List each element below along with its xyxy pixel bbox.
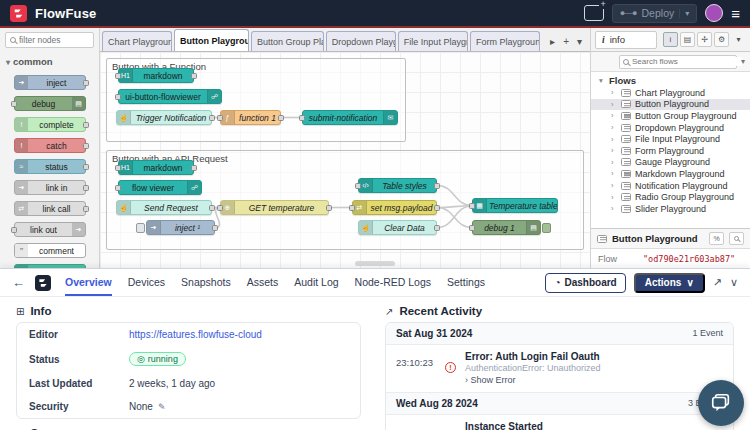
node-ui-button-flowviewer[interactable]: ui-button-flowviewer☍ bbox=[118, 89, 222, 104]
node-temperature-table[interactable]: ▦Temperature table bbox=[472, 198, 558, 213]
tab-devices[interactable]: Devices bbox=[128, 269, 165, 296]
security-row: Security None ✎ bbox=[17, 395, 360, 418]
flow-list-icon[interactable]: ▾ bbox=[577, 36, 582, 47]
search-flows-input[interactable] bbox=[632, 57, 742, 66]
copy-name-button[interactable]: % bbox=[709, 232, 724, 245]
tab-chart-playground[interactable]: Chart Playground bbox=[102, 31, 172, 51]
add-flow-icon[interactable]: + bbox=[563, 36, 569, 47]
hook-icon: ☍ bbox=[207, 90, 221, 103]
node-debug-1[interactable]: debug 1▤ bbox=[472, 220, 541, 235]
main-menu-icon[interactable]: ≡ bbox=[731, 6, 740, 21]
node-inject-1[interactable]: ➔inject ¹ bbox=[146, 220, 215, 235]
palette-node-catch[interactable]: !catch bbox=[14, 138, 86, 153]
deploy-caret-icon[interactable]: ▾ bbox=[679, 9, 689, 18]
chevron-down-icon: ▾ bbox=[6, 58, 10, 67]
user-avatar[interactable] bbox=[705, 4, 723, 22]
debug-messages-icon[interactable]: ✢ bbox=[697, 32, 712, 47]
show-error-link[interactable]: › Show Error bbox=[465, 375, 723, 385]
export-snapshot-icon[interactable] bbox=[584, 5, 604, 21]
zoom-to-flow-button[interactable] bbox=[729, 232, 744, 245]
collapse-panel-icon[interactable]: ∨ bbox=[730, 276, 738, 289]
node-send-request[interactable]: ☝Send Request bbox=[116, 200, 212, 215]
palette-node-inject[interactable]: ➔inject bbox=[14, 75, 86, 90]
palette-node-link-out[interactable]: link out➔ bbox=[14, 222, 86, 237]
canvas-horizontal-scrollbar[interactable] bbox=[355, 261, 395, 266]
node-red-editor: ▾common ➔inject debug▤ !complete !catch … bbox=[0, 28, 750, 268]
settings-gear-icon[interactable]: ⚙ bbox=[714, 32, 729, 47]
palette-node-link-in[interactable]: ➔link in bbox=[14, 180, 86, 195]
tab-file-input-playground[interactable]: File Input Playgrou bbox=[398, 31, 468, 51]
activity-section-title: Recent Activity bbox=[399, 305, 482, 317]
inject-button[interactable] bbox=[136, 223, 145, 233]
info-tab-icon[interactable]: i bbox=[663, 32, 678, 47]
node-get-temperature[interactable]: ⊕GET temperature bbox=[220, 200, 329, 215]
node-flow-viewer[interactable]: flow viewer☍ bbox=[118, 180, 202, 195]
tree-item-markdown-playground[interactable]: ›Markdown Playground bbox=[591, 168, 750, 180]
flow-canvas[interactable]: Button with a Function H1markdown ui-but… bbox=[100, 52, 590, 268]
open-external-icon[interactable]: ↗ bbox=[713, 276, 722, 289]
tab-button-playground[interactable]: Button Playground bbox=[174, 29, 249, 51]
tab-node-red-logs[interactable]: Node-RED Logs bbox=[355, 269, 431, 296]
flow-icon bbox=[621, 205, 631, 213]
node-markdown[interactable]: H1markdown bbox=[118, 68, 194, 83]
palette-node-comment[interactable]: ❞comment bbox=[14, 243, 86, 258]
change-icon: ⇄ bbox=[353, 201, 367, 214]
back-arrow-icon[interactable]: ← bbox=[12, 275, 25, 290]
tree-item-dropdown-playground[interactable]: ›Dropdown Playground bbox=[591, 122, 750, 134]
chat-widget-button[interactable] bbox=[698, 380, 744, 426]
palette-node-complete[interactable]: !complete bbox=[14, 117, 86, 132]
filter-nodes-input[interactable] bbox=[19, 35, 89, 45]
node-trigger-notification[interactable]: ☝Trigger Notification bbox=[116, 110, 212, 125]
globe-icon: ⊕ bbox=[221, 201, 235, 214]
deploy-button[interactable]: ●—● Deploy ▾ bbox=[612, 4, 698, 23]
tab-scroll-right-icon[interactable]: ▸ bbox=[550, 36, 555, 47]
tree-item-form-playground[interactable]: ›Form Playground bbox=[591, 145, 750, 157]
edit-security-icon[interactable]: ✎ bbox=[158, 402, 166, 412]
tree-item-gauge-playground[interactable]: ›Gauge Playground bbox=[591, 157, 750, 169]
dashboard-button[interactable]: ◔Dashboard bbox=[545, 273, 625, 293]
tree-root-flows[interactable]: ▾Flows bbox=[591, 74, 750, 87]
debug-toggle-button[interactable] bbox=[542, 223, 551, 233]
tab-form-playground[interactable]: Form Playground bbox=[470, 31, 540, 51]
tab-button-group-playground[interactable]: Button Group Playg bbox=[251, 31, 324, 51]
flow-prop-label: Flow bbox=[591, 254, 643, 264]
tree-item-notification-playground[interactable]: ›Notification Playground bbox=[591, 180, 750, 192]
flow-icon bbox=[621, 124, 631, 132]
flow-icon bbox=[621, 100, 631, 108]
flow-icon bbox=[621, 112, 631, 120]
help-book-icon[interactable]: ▤ bbox=[680, 32, 695, 47]
node-submit-notification[interactable]: submit-notification✉ bbox=[302, 110, 398, 125]
palette-filter[interactable] bbox=[5, 32, 94, 48]
tab-assets[interactable]: Assets bbox=[247, 269, 279, 296]
node-set-msg-payload[interactable]: ⇄set msg.payload bbox=[352, 200, 437, 215]
tab-dropdown-playground[interactable]: Dropdown Playgro bbox=[326, 31, 396, 51]
tree-item-chart-playground[interactable]: ›Chart Playground bbox=[591, 87, 750, 99]
tree-item-slider-playground[interactable]: ›Slider Playground bbox=[591, 203, 750, 215]
tab-audit-log[interactable]: Audit Log bbox=[294, 269, 338, 296]
palette-category-common[interactable]: ▾common bbox=[0, 52, 99, 69]
search-flows-box[interactable] bbox=[619, 55, 737, 69]
tree-item-button-playground[interactable]: ›Button Playground bbox=[591, 99, 750, 111]
palette-node-link-call[interactable]: ⇄link call bbox=[14, 201, 86, 216]
tab-snapshots[interactable]: Snapshots bbox=[181, 269, 231, 296]
sidebar-caret-icon[interactable]: ▾ bbox=[731, 32, 746, 47]
info-icon: i bbox=[602, 35, 605, 45]
palette-node-debug[interactable]: debug▤ bbox=[14, 96, 86, 111]
tab-settings[interactable]: Settings bbox=[447, 269, 485, 296]
actions-button[interactable]: Actions∨ bbox=[634, 273, 705, 293]
node-table-styles[interactable]: ‹/›Table styles bbox=[358, 178, 437, 193]
palette-node-status[interactable]: ≈status bbox=[14, 159, 86, 174]
tree-item-radio-group-playground[interactable]: ›Radio Group Playground bbox=[591, 191, 750, 203]
activity-event-started[interactable]: 17:03:00 ➢ Instance Started Instance 'da… bbox=[386, 415, 733, 430]
sidebar-tab-info[interactable]: iinfo bbox=[595, 31, 657, 49]
tree-item-file-input-playground[interactable]: ›File Input Playground bbox=[591, 133, 750, 145]
flowfuse-logo-icon[interactable] bbox=[10, 5, 27, 22]
tab-overview[interactable]: Overview bbox=[65, 269, 112, 296]
node-clear-data[interactable]: ☝Clear Data bbox=[358, 220, 437, 235]
node-function-1[interactable]: ƒfunction 1 bbox=[220, 110, 281, 125]
activity-event-error[interactable]: 23:10:23 ! Error: Auth Login Fail Oauth … bbox=[386, 345, 733, 393]
node-markdown-2[interactable]: H1markdown bbox=[118, 160, 194, 175]
editor-url-link[interactable]: https://features.flowfuse-cloud bbox=[129, 329, 262, 340]
tree-item-button-group-playground[interactable]: ›Button Group Playground bbox=[591, 110, 750, 122]
search-options-caret-icon[interactable]: ▾ bbox=[741, 57, 745, 66]
